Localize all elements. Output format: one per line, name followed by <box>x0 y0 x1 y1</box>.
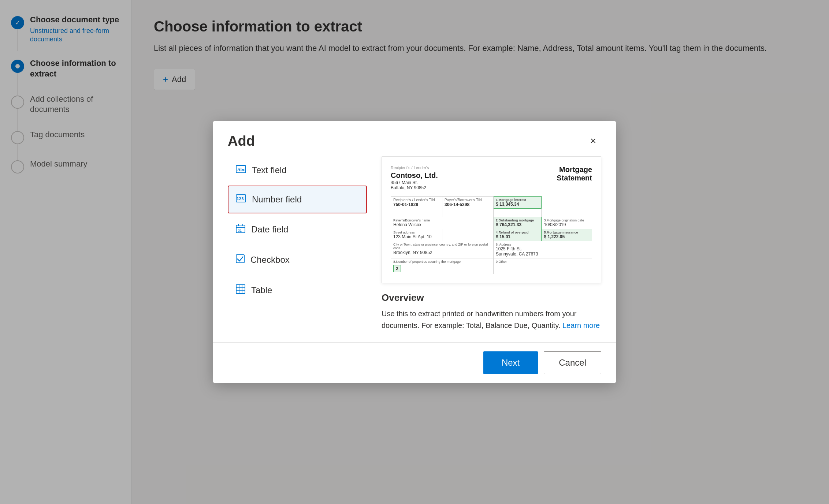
origination-date-cell: 3.Mortgage origination date 10/08/2019 <box>542 217 592 229</box>
modal-header: Add × <box>213 121 616 156</box>
doc-type: MortgageStatement <box>557 165 592 182</box>
recipient-tin-value: 750-01-1829 <box>393 202 440 207</box>
payer-tin-value: 306-14-5298 <box>445 202 491 207</box>
payer-tin-cell: Payer's/Borrower's TIN 306-14-5298 <box>442 197 494 217</box>
address6-cell: 6. Address 1025 Fifth St.Sunnyvale, CA 2… <box>494 241 592 258</box>
svg-rect-11 <box>236 285 245 294</box>
modal-title: Add <box>228 133 255 149</box>
close-icon: × <box>590 135 596 147</box>
preview-document: Recipient's / Lender's Contoso, Ltd. 456… <box>382 156 601 283</box>
svg-text:Abc: Abc <box>237 167 245 172</box>
properties-value: 2 <box>393 265 401 272</box>
insurance-cell: 5.Mortgage insurance $ 1,222.05 <box>542 229 592 241</box>
text-field-icon: Abc <box>236 165 246 175</box>
address6-value: 1025 Fifth St.Sunnyvale, CA 27673 <box>496 246 590 257</box>
doc-address: 4567 Main St.Buffalo, NY 90852 <box>391 180 438 190</box>
modal-overlay: Add × Abc <box>0 0 829 504</box>
modal-footer: Next Cancel <box>213 342 616 383</box>
field-item-checkbox[interactable]: Checkbox <box>228 246 367 274</box>
date-field-icon: 31 <box>236 224 245 235</box>
overview-text-content: Use this to extract printed or handwritt… <box>382 310 576 329</box>
refund-value: $ 15.01 <box>496 234 539 239</box>
table-label: Table <box>251 285 272 295</box>
payer-name-value: Helena Wilcox <box>393 222 491 227</box>
doc-details-table: Recipient's / Lender's TIN 750-01-1829 P… <box>391 196 592 274</box>
table-icon <box>236 284 245 296</box>
overview-section: Overview Use this to extract printed or … <box>382 292 601 331</box>
field-item-table[interactable]: Table <box>228 276 367 305</box>
doc-header: Recipient's / Lender's Contoso, Ltd. 456… <box>391 165 592 190</box>
street-address-cell: Street address 123 Main St Apt. 10 <box>391 229 442 241</box>
other-cell: 9.Other <box>494 258 592 274</box>
text-field-label: Text field <box>252 165 287 175</box>
learn-more-link[interactable]: Learn more <box>562 321 600 329</box>
payer-name-cell: Payer's/Borrower's name Helena Wilcox <box>391 217 494 229</box>
field-item-text[interactable]: Abc Text field <box>228 156 367 184</box>
doc-company-name: Contoso, Ltd. <box>391 171 438 180</box>
city-cell: City or Town, state or province, country… <box>391 241 494 258</box>
outstanding-mortgage-cell: 2.Outstanding mortgage $ 764,321.33 <box>494 217 542 229</box>
recipient-tin-cell: Recipient's / Lender's TIN 750-01-1829 <box>391 197 442 217</box>
checkbox-icon <box>236 254 245 265</box>
field-list: Abc Text field 123 Number <box>228 156 367 331</box>
overview-title: Overview <box>382 292 601 303</box>
mortgage-interest-value: $ 13,345.34 <box>496 202 539 207</box>
street-address-value: 123 Main St Apt. 10 <box>393 234 440 239</box>
svg-text:31: 31 <box>238 229 242 232</box>
modal-body: Abc Text field 123 Number <box>213 156 616 342</box>
number-field-icon: 123 <box>236 194 246 205</box>
checkbox-label: Checkbox <box>250 255 290 265</box>
insurance-value: $ 1,222.05 <box>544 234 590 239</box>
origination-date-value: 10/08/2019 <box>544 222 590 227</box>
overview-text: Use this to extract printed or handwritt… <box>382 308 601 331</box>
refund-cell: 4.Refund of overpaid $ 15.01 <box>494 229 542 241</box>
properties-cell: 8.Number of properties securing the mort… <box>391 258 494 274</box>
field-preview: Recipient's / Lender's Contoso, Ltd. 456… <box>382 156 601 331</box>
outstanding-mortgage-value: $ 764,321.33 <box>496 222 539 227</box>
field-item-date[interactable]: 31 Date field <box>228 215 367 244</box>
next-button[interactable]: Next <box>483 351 538 374</box>
recipient-lender-label: Recipient's / Lender's <box>391 165 438 170</box>
svg-text:123: 123 <box>237 197 244 201</box>
modal-close-button[interactable]: × <box>585 133 601 149</box>
field-item-number[interactable]: 123 Number field <box>228 186 367 213</box>
date-field-label: Date field <box>251 224 288 235</box>
city-value: Brooklyn, NY 90852 <box>393 250 491 255</box>
page-background: ✓ Choose document type Unstructured and … <box>0 0 829 504</box>
mortgage-interest-cell: 1.Mortgage interest $ 13,345.34 <box>494 197 542 209</box>
add-modal: Add × Abc <box>213 121 616 383</box>
cancel-button[interactable]: Cancel <box>544 351 601 374</box>
doc-company-info: Recipient's / Lender's Contoso, Ltd. 456… <box>391 165 438 190</box>
empty-cell <box>494 209 542 217</box>
empty-cell-2 <box>442 229 494 241</box>
number-field-label: Number field <box>252 194 302 205</box>
